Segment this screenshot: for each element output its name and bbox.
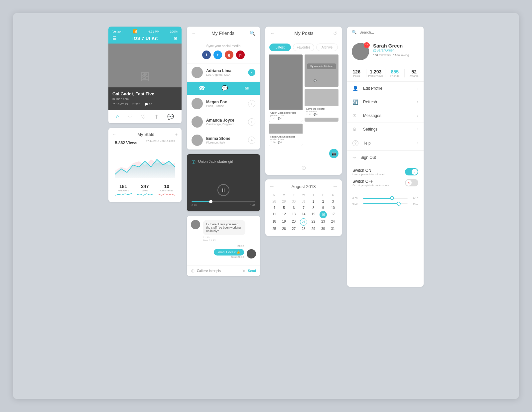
cal-day[interactable]: 28 [269,198,279,205]
cal-day[interactable]: 18 [269,218,279,226]
cal-day[interactable]: 28 [299,226,308,232]
nav-share-icon[interactable]: ⬆ [154,114,159,120]
menu-settings[interactable]: ⚙ Settings › [347,123,424,136]
twitter-icon[interactable]: t [213,51,222,59]
cal-day[interactable]: 17 [328,211,338,218]
posts-load-more[interactable]: ⊙ [265,161,342,175]
nav-home-icon[interactable]: ⌂ [116,114,119,120]
cal-day[interactable]: 25 [269,226,279,232]
time-current: 0:48 [192,204,197,207]
calendar-panel: ← August 2013 → S M T W T F S 28 29 [265,179,342,236]
cal-day[interactable]: 6 [289,205,299,211]
progress-track[interactable] [192,201,255,202]
cal-day[interactable]: 15 [309,211,318,218]
phone-header: Verizon 📶 4:21 PM 100% ☰ iOS 7 UI Kit ⊕ [108,27,182,44]
chat-input[interactable] [197,269,242,273]
cal-day-today[interactable]: 16 [320,211,327,218]
menu-refresh[interactable]: 🔄 Refresh › [347,95,424,109]
toggle-off-text: Switch OFF Sed ut perspiciatis unde omni… [352,179,405,187]
cal-day[interactable]: 7 [299,205,308,211]
megan-action[interactable]: + [248,100,255,107]
cal-day[interactable]: 1 [309,198,318,205]
stats-back-icon[interactable]: ← [112,132,116,137]
pinterest-icon[interactable]: p [236,51,245,59]
cal-day[interactable]: 2 [318,198,328,205]
cal-day[interactable]: 30 [289,198,299,205]
chat-attach-icon[interactable]: ⊕ [191,268,195,273]
adriana-action[interactable]: ✓ [248,69,255,76]
gplus-icon[interactable]: g [225,51,233,59]
post-bottom-right-2: Night Out Ensembles refabook.com ♡ 16 💬 … [269,124,303,146]
cal-day[interactable]: 23 [318,218,328,226]
post-top-right-img: My name is Michael [305,54,338,78]
cal-prev-icon[interactable]: ← [269,183,275,189]
cal-day[interactable]: 19 [279,218,289,226]
friends-back-icon[interactable]: ← [192,31,196,36]
menu-help[interactable]: ? Help › [347,136,424,151]
search-input[interactable] [359,30,419,34]
posts-refresh-icon[interactable]: ↺ [333,31,337,36]
slider-1-track[interactable] [363,198,408,199]
cal-day[interactable]: 20 [289,218,299,226]
cal-day[interactable]: 12 [279,211,289,218]
cal-day[interactable]: 11 [269,211,279,218]
cal-day[interactable]: 13 [289,211,299,218]
cal-day[interactable]: 9 [318,205,328,211]
slider-2-row: 0:00 0:10 [352,202,418,205]
tab-favorites[interactable]: Favorites [293,44,315,51]
cal-day[interactable]: 3 [328,198,338,205]
cal-day[interactable]: 29 [279,198,289,205]
cal-day[interactable]: 4 [269,205,279,211]
friends-search-icon[interactable]: 🔍 [250,31,255,36]
cal-day[interactable]: 30 [318,226,328,232]
cal-day[interactable]: 29 [309,226,318,232]
toggle-on-switch[interactable]: ✓ [405,168,418,175]
toggle-off-switch[interactable]: ✕ [405,179,418,186]
email-icon[interactable]: ✉ [244,85,249,91]
nav-chat-icon[interactable]: 💬 [167,114,174,120]
cal-day[interactable]: 8 [309,205,318,211]
cal-next-icon[interactable]: → [332,183,338,189]
caption-meta: ⏱ 18.07.13 ♡ 324 💬 26 [112,103,178,106]
cal-day[interactable]: 24 [328,218,338,226]
chat-send-icon[interactable]: ➤ [242,268,246,273]
amanda-action[interactable]: + [248,118,255,126]
messages-arrow: › [417,113,418,118]
posts-back-icon[interactable]: ← [270,31,275,36]
sliders-section: 0:00 0:10 0:00 0:10 [347,194,424,213]
cal-day[interactable]: 26 [279,226,289,232]
cal-day[interactable]: 31 [328,226,338,232]
slider-2-track[interactable] [363,203,408,204]
menu-messages[interactable]: ✉ Messages › [347,109,424,123]
camera-fab[interactable]: 📷 [329,149,338,158]
tab-archive[interactable]: Archive [316,44,338,51]
nav-heart-icon[interactable]: ♡ [128,114,132,120]
cal-day[interactable]: 10 [328,205,338,211]
tab-latest[interactable]: Latest [269,44,291,51]
cal-day[interactable]: 14 [299,211,308,218]
adriana-info: Adriana Lima Los Angeles, USA [206,68,248,76]
day-thu: T [309,193,318,197]
post-br2-source: refabook.com [270,138,301,141]
cal-day[interactable]: 31 [299,198,308,205]
music-progress: 0:48 1:41 [192,201,255,207]
stat-likes: 247 Likes [137,184,153,198]
message-icon[interactable]: 💬 [221,85,228,91]
toggle-off: Switch OFF Sed ut perspiciatis unde omni… [352,179,418,187]
send-button[interactable]: Send [248,269,256,273]
friend-item-megan: Megan Fox Paris, France + [187,95,260,113]
sync-section: Sync your social media f t g p [187,40,260,63]
emma-action[interactable]: + [248,137,255,144]
cal-day[interactable]: 22 [309,218,318,226]
phone-caption: Gal Gadot, Fast Five m.imdb.com ⏱ 18.07.… [108,87,182,110]
call-icon[interactable]: ☎ [199,85,205,91]
nav-fav-icon[interactable]: ♡ [141,114,146,120]
cal-day[interactable]: 27 [289,226,299,232]
facebook-icon[interactable]: f [202,51,211,59]
cal-day[interactable]: 5 [279,205,289,211]
cal-day-selected[interactable]: 21 [300,218,307,226]
play-button[interactable]: ⏸ [217,184,229,196]
stats-add-icon[interactable]: + [175,132,178,137]
menu-edit-profile[interactable]: 👤 Edit Profile › [347,82,424,95]
menu-sign-out[interactable]: ⇥ Sign Out [347,151,424,164]
